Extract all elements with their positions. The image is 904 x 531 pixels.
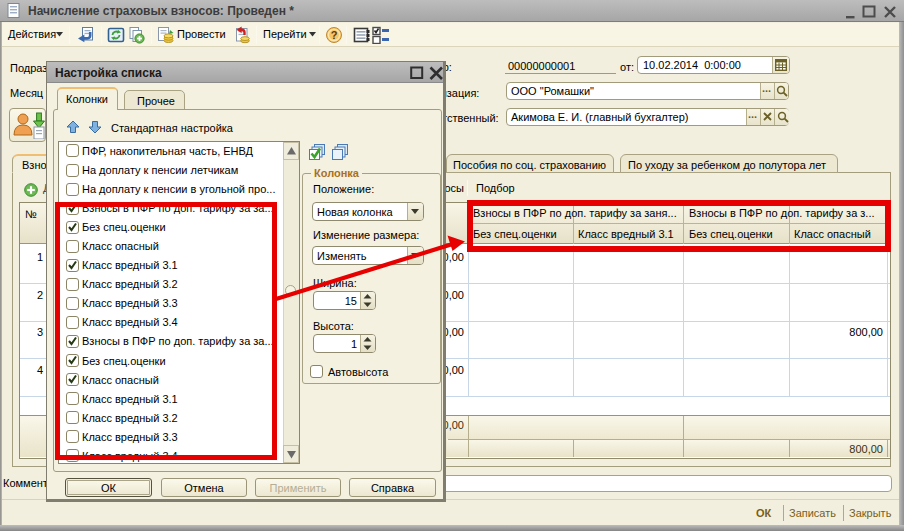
svg-text:?: ? — [331, 29, 338, 41]
